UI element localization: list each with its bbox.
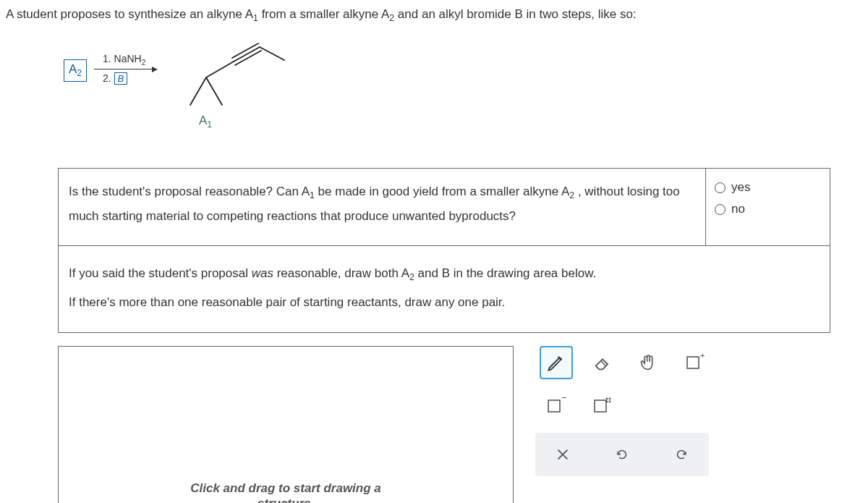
prompt-sub1: 1: [253, 13, 258, 23]
q2a: If you said the student's proposal: [69, 266, 252, 280]
q2-was: was: [252, 266, 273, 280]
q1a: Is the student's proposal reasonable? Ca…: [69, 185, 310, 198]
question-prompt: A student proposes to synthesize an alky…: [0, 0, 868, 23]
q2b: reasonable, draw both A: [273, 266, 409, 280]
svg-text:+: +: [700, 352, 705, 360]
q1c: , without losing too: [574, 185, 680, 198]
q-line2: much starting material to competing reac…: [69, 209, 516, 223]
question-text-2: If you said the student's proposal was r…: [59, 246, 705, 332]
hint-l1: Click and drag to start drawing a: [190, 481, 381, 495]
choice-no-label: no: [731, 202, 745, 216]
reagent-a2-box: A2: [64, 59, 87, 81]
marquee-dots-tool[interactable]: [586, 389, 619, 423]
marquee-dots-icon: [592, 396, 613, 416]
canvas-hint: Click and drag to start drawing a struct…: [59, 481, 513, 503]
drawing-region: Click and drag to start drawing a struct…: [58, 346, 830, 503]
question-row-2: If you said the student's proposal was r…: [59, 246, 830, 332]
product-a1-label: A1: [199, 114, 212, 130]
arrow-line: [94, 69, 153, 69]
choice-no[interactable]: no: [715, 202, 821, 216]
question-box: Is the student's proposal reasonable? Ca…: [58, 168, 830, 333]
svg-line-0: [190, 77, 206, 105]
answer-choices: yes no: [705, 169, 830, 245]
arrow-head-icon: [152, 67, 158, 72]
q1b: be made in good yield from a smaller alk…: [315, 185, 569, 198]
prompt-text3: and an alkyl bromide B in two steps, lik…: [394, 7, 637, 21]
reagent-b-box: B: [114, 72, 128, 85]
eraser-icon: [592, 352, 613, 373]
svg-line-1: [206, 77, 222, 105]
a1-letter: A: [199, 114, 207, 127]
hand-tool[interactable]: [632, 346, 665, 379]
svg-text:−: −: [561, 396, 566, 403]
radio-icon: [715, 204, 726, 215]
choice-yes-label: yes: [731, 180, 750, 195]
marquee-plus-icon: +: [685, 352, 705, 373]
tool-footer: [535, 433, 709, 476]
svg-rect-12: [595, 400, 606, 412]
tool-row-1: +: [535, 346, 723, 379]
question-row-1: Is the student's proposal reasonable? Ca…: [59, 169, 830, 246]
undo-icon: [614, 447, 630, 462]
radio-icon: [715, 182, 726, 193]
a2-sub: 2: [77, 69, 82, 79]
a1-sub: 1: [207, 120, 212, 130]
svg-rect-8: [687, 357, 699, 368]
svg-line-2: [206, 62, 234, 77]
redo-button[interactable]: [667, 440, 696, 469]
reagent-line-2: 2. B: [103, 72, 127, 85]
svg-point-13: [606, 398, 608, 400]
marquee-plus-tool[interactable]: +: [678, 346, 712, 379]
eraser-tool[interactable]: [586, 346, 619, 379]
marquee-minus-tool[interactable]: −: [540, 389, 573, 423]
toolbox: + −: [535, 346, 723, 476]
a2-label: A: [69, 62, 77, 76]
svg-point-16: [609, 401, 611, 403]
choice-yes[interactable]: yes: [715, 180, 821, 195]
drawing-canvas[interactable]: Click and drag to start drawing a struct…: [58, 346, 514, 503]
reagent-line-1: 1. NaNH2: [103, 53, 145, 67]
question-side-2: [705, 246, 830, 332]
q2b-sub: 2: [409, 273, 414, 283]
hint-l2: structure.: [258, 496, 314, 503]
svg-point-15: [606, 401, 608, 403]
q-part3: If there's more than one reasonable pair…: [69, 295, 505, 309]
svg-line-6: [260, 47, 284, 60]
clear-button[interactable]: [548, 440, 577, 469]
redo-icon: [673, 447, 689, 462]
clear-icon: [555, 447, 571, 462]
product-structure-icon: [161, 34, 292, 114]
hand-icon: [639, 352, 659, 373]
q1a-sub: 1: [310, 191, 315, 201]
q2c: and B in the drawing area below.: [414, 266, 596, 280]
tool-row-2: −: [535, 389, 723, 423]
marquee-minus-icon: −: [546, 396, 566, 416]
reagent1-num: 1.: [103, 53, 114, 64]
prompt-text2: from a smaller alkyne A: [258, 7, 389, 21]
undo-button[interactable]: [608, 440, 637, 469]
question-text-1: Is the student's proposal reasonable? Ca…: [59, 169, 705, 245]
pencil-icon: [546, 352, 566, 373]
pencil-tool[interactable]: [540, 346, 573, 379]
svg-point-14: [609, 398, 611, 400]
reagent1-text: NaNH: [114, 53, 142, 64]
svg-rect-10: [548, 400, 560, 412]
reagent1-sub: 2: [142, 59, 146, 67]
prompt-text: A student proposes to synthesize an alky…: [6, 7, 253, 21]
reaction-scheme: A2 1. NaNH2 2. B A1: [64, 38, 868, 139]
reagent2-num: 2.: [103, 72, 114, 84]
